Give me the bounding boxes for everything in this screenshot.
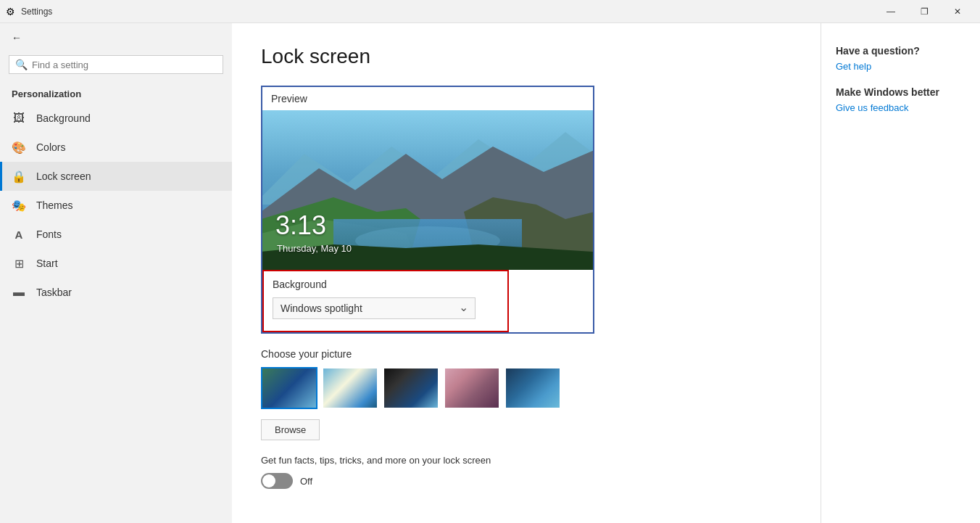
colors-icon: 🎨 bbox=[12, 140, 26, 155]
search-input[interactable] bbox=[32, 59, 217, 70]
thumb-image-2 bbox=[323, 368, 377, 408]
sidebar: ← 🔍 Personalization 🖼 Background 🎨 Color… bbox=[0, 23, 232, 523]
toggle-knob bbox=[262, 474, 275, 487]
picture-thumb-3[interactable] bbox=[383, 367, 439, 409]
app-body: ← 🔍 Personalization 🖼 Background 🎨 Color… bbox=[0, 23, 980, 523]
sidebar-item-label: Colors bbox=[36, 141, 65, 153]
preview-date: Thursday, May 10 bbox=[277, 243, 352, 254]
background-icon: 🖼 bbox=[12, 111, 26, 125]
sidebar-item-themes[interactable]: 🎭 Themes bbox=[0, 191, 232, 220]
sidebar-item-start[interactable]: ⊞ Start bbox=[0, 249, 232, 278]
thumb-image-1 bbox=[262, 368, 316, 408]
sidebar-section-label: Personalization bbox=[0, 80, 232, 104]
choose-picture-heading: Choose your picture bbox=[261, 348, 792, 360]
preview-time: 3:13 bbox=[275, 210, 326, 241]
thumb-image-5 bbox=[506, 368, 560, 408]
sidebar-item-fonts[interactable]: A Fonts bbox=[0, 220, 232, 249]
sidebar-item-taskbar[interactable]: ▬ Taskbar bbox=[0, 278, 232, 307]
background-dropdown[interactable]: Windows spotlight Picture Slideshow bbox=[273, 297, 476, 319]
picture-grid bbox=[261, 367, 792, 409]
background-dropdown-wrapper[interactable]: Windows spotlight Picture Slideshow bbox=[273, 297, 476, 319]
themes-icon: 🎭 bbox=[12, 198, 26, 213]
back-icon: ← bbox=[12, 32, 22, 44]
background-section-label: Background bbox=[273, 279, 499, 290]
fonts-icon: A bbox=[12, 227, 26, 242]
fun-facts-toggle[interactable] bbox=[261, 473, 293, 489]
search-icon: 🔍 bbox=[15, 59, 28, 70]
search-box[interactable]: 🔍 bbox=[9, 55, 223, 74]
main-content: Lock screen Preview bbox=[232, 23, 821, 523]
fun-facts-text: Get fun facts, tips, tricks, and more on… bbox=[261, 455, 792, 466]
browse-button[interactable]: Browse bbox=[261, 419, 320, 440]
titlebar: ⚙ Settings — ❐ ✕ bbox=[0, 0, 980, 23]
thumb-image-4 bbox=[445, 368, 499, 408]
lock-screen-icon: 🔒 bbox=[12, 169, 26, 184]
titlebar-title: Settings bbox=[21, 7, 52, 17]
close-button[interactable]: ✕ bbox=[941, 0, 974, 23]
have-question-title: Have a question? bbox=[836, 45, 966, 57]
give-feedback-link[interactable]: Give us feedback bbox=[836, 102, 966, 113]
preview-image: 3:13 Thursday, May 10 bbox=[262, 110, 593, 270]
sidebar-item-label: Start bbox=[36, 258, 58, 269]
background-section: Background Windows spotlight Picture Sli… bbox=[262, 270, 509, 332]
preview-box: Preview bbox=[261, 86, 594, 334]
get-help-link[interactable]: Get help bbox=[836, 61, 966, 72]
minimize-button[interactable]: — bbox=[874, 0, 908, 23]
sidebar-item-label: Themes bbox=[36, 199, 73, 211]
sidebar-item-label: Lock screen bbox=[36, 170, 91, 182]
picture-thumb-4[interactable] bbox=[444, 367, 500, 409]
picture-thumb-1[interactable] bbox=[261, 367, 317, 409]
page-title: Lock screen bbox=[261, 45, 792, 68]
toggle-label: Off bbox=[300, 476, 312, 487]
sidebar-item-colors[interactable]: 🎨 Colors bbox=[0, 133, 232, 162]
sidebar-item-background[interactable]: 🖼 Background bbox=[0, 104, 232, 133]
back-button[interactable]: ← bbox=[0, 26, 232, 49]
right-panel: Have a question? Get help Make Windows b… bbox=[821, 23, 980, 523]
settings-icon: ⚙ bbox=[6, 6, 15, 17]
window-controls: — ❐ ✕ bbox=[874, 0, 974, 23]
sidebar-item-label: Taskbar bbox=[36, 287, 72, 298]
thumb-image-3 bbox=[384, 368, 438, 408]
taskbar-icon: ▬ bbox=[12, 285, 26, 300]
toggle-row: Off bbox=[261, 473, 792, 489]
sidebar-item-label: Background bbox=[36, 112, 91, 124]
maximize-button[interactable]: ❐ bbox=[908, 0, 941, 23]
picture-thumb-5[interactable] bbox=[504, 367, 561, 409]
start-icon: ⊞ bbox=[12, 256, 26, 271]
make-better-title: Make Windows better bbox=[836, 86, 966, 98]
picture-thumb-2[interactable] bbox=[322, 367, 378, 409]
sidebar-item-lock-screen[interactable]: 🔒 Lock screen bbox=[0, 162, 232, 191]
sidebar-item-label: Fonts bbox=[36, 228, 62, 240]
preview-label: Preview bbox=[262, 87, 593, 110]
